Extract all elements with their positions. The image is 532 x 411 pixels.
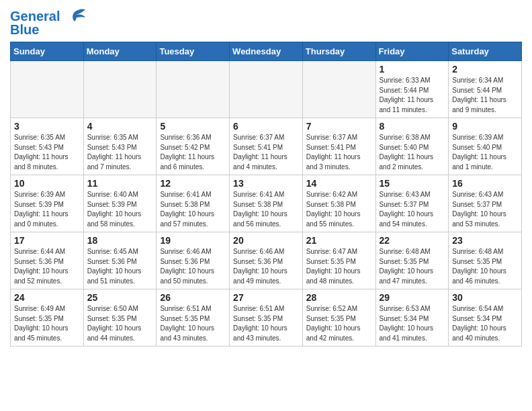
weekday-tuesday: Tuesday: [157, 42, 230, 61]
day-number: 3: [14, 121, 80, 132]
calendar-cell: 12Sunrise: 6:41 AMSunset: 5:38 PMDayligh…: [157, 175, 230, 232]
day-number: 15: [380, 178, 445, 189]
day-number: 22: [380, 235, 445, 246]
day-info: Sunrise: 6:51 AMSunset: 5:35 PMDaylight:…: [233, 304, 299, 343]
day-info: Sunrise: 6:45 AMSunset: 5:36 PMDaylight:…: [87, 247, 153, 286]
day-number: 18: [87, 235, 153, 246]
day-info: Sunrise: 6:38 AMSunset: 5:40 PMDaylight:…: [380, 133, 445, 172]
day-info: Sunrise: 6:34 AMSunset: 5:44 PMDaylight:…: [452, 76, 518, 115]
calendar-cell: 20Sunrise: 6:46 AMSunset: 5:36 PMDayligh…: [230, 232, 303, 289]
day-info: Sunrise: 6:47 AMSunset: 5:35 PMDaylight:…: [306, 247, 372, 286]
weekday-sunday: Sunday: [11, 42, 84, 61]
day-number: 21: [306, 235, 372, 246]
logo: General Blue: [10, 9, 87, 36]
day-info: Sunrise: 6:43 AMSunset: 5:37 PMDaylight:…: [380, 190, 445, 229]
calendar-cell: 1Sunrise: 6:33 AMSunset: 5:44 PMDaylight…: [375, 61, 449, 118]
calendar-cell: 4Sunrise: 6:35 AMSunset: 5:43 PMDaylight…: [83, 118, 157, 175]
day-number: 27: [233, 292, 299, 303]
day-info: Sunrise: 6:54 AMSunset: 5:34 PMDaylight:…: [452, 304, 518, 343]
day-number: 29: [380, 292, 445, 303]
logo-text: General Blue: [10, 9, 60, 36]
weekday-saturday: Saturday: [449, 42, 522, 61]
day-info: Sunrise: 6:50 AMSunset: 5:35 PMDaylight:…: [87, 304, 153, 343]
calendar-cell: [230, 61, 303, 118]
day-info: Sunrise: 6:48 AMSunset: 5:35 PMDaylight:…: [452, 247, 518, 286]
day-info: Sunrise: 6:37 AMSunset: 5:41 PMDaylight:…: [233, 133, 299, 172]
day-number: 2: [452, 64, 518, 75]
day-number: 24: [14, 292, 80, 303]
calendar-cell: [302, 61, 375, 118]
day-info: Sunrise: 6:48 AMSunset: 5:35 PMDaylight:…: [380, 247, 445, 286]
header: General Blue: [10, 7, 522, 36]
calendar-cell: 27Sunrise: 6:51 AMSunset: 5:35 PMDayligh…: [230, 289, 303, 347]
calendar-body: 1Sunrise: 6:33 AMSunset: 5:44 PMDaylight…: [11, 61, 522, 347]
weekday-header-row: SundayMondayTuesdayWednesdayThursdayFrid…: [11, 42, 522, 61]
day-info: Sunrise: 6:39 AMSunset: 5:39 PMDaylight:…: [14, 190, 80, 229]
day-number: 26: [160, 292, 226, 303]
calendar-cell: 9Sunrise: 6:39 AMSunset: 5:40 PMDaylight…: [449, 118, 522, 175]
day-info: Sunrise: 6:36 AMSunset: 5:42 PMDaylight:…: [160, 133, 226, 172]
logo-bird-icon: [61, 7, 87, 27]
day-number: 7: [306, 121, 372, 132]
calendar-cell: 21Sunrise: 6:47 AMSunset: 5:35 PMDayligh…: [302, 232, 375, 289]
calendar-cell: 2Sunrise: 6:34 AMSunset: 5:44 PMDaylight…: [449, 61, 522, 118]
day-number: 23: [452, 235, 518, 246]
day-info: Sunrise: 6:35 AMSunset: 5:43 PMDaylight:…: [87, 133, 153, 172]
day-info: Sunrise: 6:39 AMSunset: 5:40 PMDaylight:…: [452, 133, 518, 172]
day-number: 16: [452, 178, 518, 189]
day-info: Sunrise: 6:52 AMSunset: 5:35 PMDaylight:…: [306, 304, 372, 343]
calendar-cell: 22Sunrise: 6:48 AMSunset: 5:35 PMDayligh…: [375, 232, 449, 289]
day-number: 30: [452, 292, 518, 303]
calendar-week-5: 24Sunrise: 6:49 AMSunset: 5:35 PMDayligh…: [11, 289, 522, 347]
day-number: 12: [160, 178, 226, 189]
logo-blue: Blue: [10, 22, 39, 37]
day-info: Sunrise: 6:51 AMSunset: 5:35 PMDaylight:…: [160, 304, 226, 343]
calendar-cell: [157, 61, 230, 118]
calendar-week-2: 3Sunrise: 6:35 AMSunset: 5:43 PMDaylight…: [11, 118, 522, 175]
calendar-header: SundayMondayTuesdayWednesdayThursdayFrid…: [11, 42, 522, 61]
calendar-week-1: 1Sunrise: 6:33 AMSunset: 5:44 PMDaylight…: [11, 61, 522, 118]
day-info: Sunrise: 6:35 AMSunset: 5:43 PMDaylight:…: [14, 133, 80, 172]
calendar-cell: 17Sunrise: 6:44 AMSunset: 5:36 PMDayligh…: [11, 232, 84, 289]
day-number: 9: [452, 121, 518, 132]
calendar-cell: 16Sunrise: 6:43 AMSunset: 5:37 PMDayligh…: [449, 175, 522, 232]
day-number: 4: [87, 121, 153, 132]
calendar-cell: 23Sunrise: 6:48 AMSunset: 5:35 PMDayligh…: [449, 232, 522, 289]
page-container: General Blue SundayMondayTuesdayWednesda…: [0, 0, 532, 353]
day-number: 13: [233, 178, 299, 189]
day-number: 19: [160, 235, 226, 246]
weekday-wednesday: Wednesday: [230, 42, 303, 61]
day-info: Sunrise: 6:41 AMSunset: 5:38 PMDaylight:…: [160, 190, 226, 229]
day-number: 6: [233, 121, 299, 132]
calendar-cell: 24Sunrise: 6:49 AMSunset: 5:35 PMDayligh…: [11, 289, 84, 347]
weekday-friday: Friday: [375, 42, 449, 61]
day-info: Sunrise: 6:43 AMSunset: 5:37 PMDaylight:…: [452, 190, 518, 229]
day-number: 28: [306, 292, 372, 303]
calendar-cell: 8Sunrise: 6:38 AMSunset: 5:40 PMDaylight…: [375, 118, 449, 175]
day-number: 20: [233, 235, 299, 246]
day-info: Sunrise: 6:37 AMSunset: 5:41 PMDaylight:…: [306, 133, 372, 172]
calendar-cell: 28Sunrise: 6:52 AMSunset: 5:35 PMDayligh…: [302, 289, 375, 347]
calendar-week-4: 17Sunrise: 6:44 AMSunset: 5:36 PMDayligh…: [11, 232, 522, 289]
day-number: 8: [380, 121, 445, 132]
day-info: Sunrise: 6:46 AMSunset: 5:36 PMDaylight:…: [233, 247, 299, 286]
calendar-cell: 19Sunrise: 6:46 AMSunset: 5:36 PMDayligh…: [157, 232, 230, 289]
calendar-cell: [11, 61, 84, 118]
weekday-monday: Monday: [83, 42, 157, 61]
calendar-cell: 6Sunrise: 6:37 AMSunset: 5:41 PMDaylight…: [230, 118, 303, 175]
day-info: Sunrise: 6:49 AMSunset: 5:35 PMDaylight:…: [14, 304, 80, 343]
day-number: 5: [160, 121, 226, 132]
calendar-cell: 7Sunrise: 6:37 AMSunset: 5:41 PMDaylight…: [302, 118, 375, 175]
day-number: 10: [14, 178, 80, 189]
day-number: 17: [14, 235, 80, 246]
calendar-cell: 11Sunrise: 6:40 AMSunset: 5:39 PMDayligh…: [83, 175, 157, 232]
calendar-cell: 15Sunrise: 6:43 AMSunset: 5:37 PMDayligh…: [375, 175, 449, 232]
day-info: Sunrise: 6:41 AMSunset: 5:38 PMDaylight:…: [233, 190, 299, 229]
day-number: 25: [87, 292, 153, 303]
calendar-cell: [83, 61, 157, 118]
day-info: Sunrise: 6:46 AMSunset: 5:36 PMDaylight:…: [160, 247, 226, 286]
calendar-cell: 13Sunrise: 6:41 AMSunset: 5:38 PMDayligh…: [230, 175, 303, 232]
day-info: Sunrise: 6:42 AMSunset: 5:38 PMDaylight:…: [306, 190, 372, 229]
logo-general: General: [10, 9, 60, 24]
calendar-cell: 5Sunrise: 6:36 AMSunset: 5:42 PMDaylight…: [157, 118, 230, 175]
